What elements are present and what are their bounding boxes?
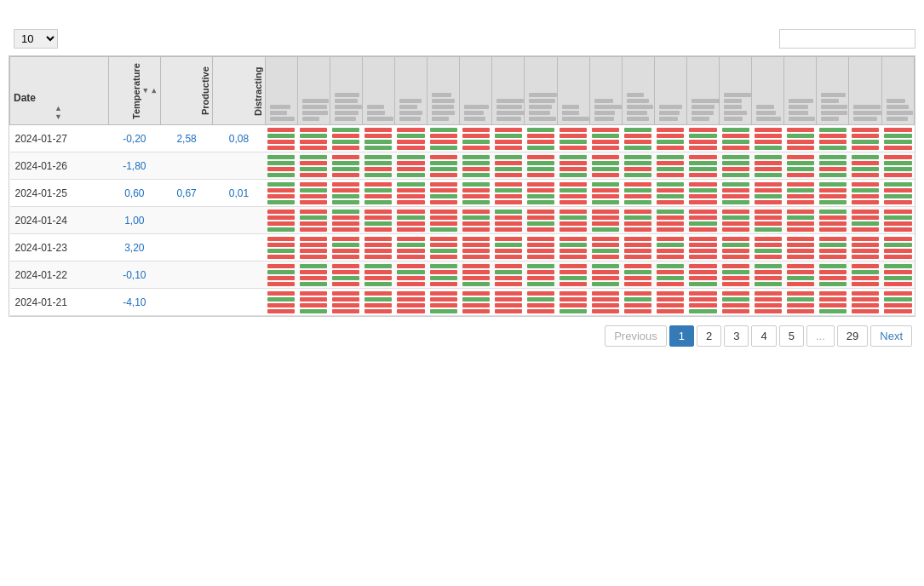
- cell-colored-5: [428, 261, 460, 289]
- th-extra-8: [525, 57, 557, 125]
- cell-colored-6: [460, 207, 492, 234]
- cell-colored-8: [525, 180, 557, 207]
- cell-colored-18: [849, 125, 881, 152]
- cell-colored-1: [297, 234, 330, 261]
- cell-colored-4: [394, 261, 427, 289]
- cell-temperature: 1,00: [108, 207, 160, 234]
- cell-distracting: 0,01: [213, 180, 265, 207]
- cell-productive: [160, 234, 212, 261]
- prev-button[interactable]: Previous: [605, 325, 667, 347]
- entries-select[interactable]: 10 25 50 100: [14, 29, 58, 49]
- cell-distracting: [213, 261, 265, 289]
- cell-colored-3: [362, 207, 394, 234]
- table-row: 2024-01-250,600,670,01: [10, 180, 915, 207]
- data-table: Date▲▼Temperature▲▼ProductiveDistracting…: [9, 56, 915, 316]
- cell-colored-0: [265, 289, 297, 316]
- cell-colored-10: [589, 152, 622, 180]
- cell-temperature: -0,20: [108, 125, 160, 152]
- page-btn-3[interactable]: 3: [724, 325, 749, 347]
- cell-temperature: 3,20: [108, 234, 160, 261]
- cell-colored-2: [330, 234, 362, 261]
- cell-colored-8: [525, 125, 557, 152]
- cell-colored-19: [881, 180, 914, 207]
- th-extra-1: [297, 57, 330, 125]
- cell-colored-14: [720, 125, 752, 152]
- cell-colored-5: [428, 125, 460, 152]
- th-temperature[interactable]: Temperature▲▼: [108, 57, 160, 125]
- cell-colored-7: [492, 207, 525, 234]
- cell-colored-13: [686, 289, 719, 316]
- cell-colored-17: [817, 207, 849, 234]
- cell-colored-13: [686, 261, 719, 289]
- cell-colored-11: [622, 180, 654, 207]
- cell-colored-14: [720, 152, 752, 180]
- page-btn-1[interactable]: 1: [669, 325, 694, 347]
- th-extra-6: [460, 57, 492, 125]
- table-row: 2024-01-233,20: [10, 234, 915, 261]
- cell-colored-1: [297, 125, 330, 152]
- cell-productive: 0,67: [160, 180, 212, 207]
- cell-colored-3: [362, 234, 394, 261]
- cell-colored-13: [686, 207, 719, 234]
- cell-colored-10: [589, 289, 622, 316]
- cell-colored-8: [525, 261, 557, 289]
- cell-colored-14: [720, 180, 752, 207]
- page-btn-29[interactable]: 29: [837, 325, 868, 347]
- table-row: 2024-01-241,00: [10, 207, 915, 234]
- cell-colored-16: [784, 125, 817, 152]
- cell-temperature: -1,80: [108, 152, 160, 180]
- th-extra-18: [849, 57, 881, 125]
- cell-colored-18: [849, 152, 881, 180]
- cell-colored-0: [265, 261, 297, 289]
- th-productive[interactable]: Productive: [160, 57, 212, 125]
- page-btn-5[interactable]: 5: [779, 325, 804, 347]
- cell-colored-16: [784, 234, 817, 261]
- cell-colored-11: [622, 207, 654, 234]
- th-extra-0: [265, 57, 297, 125]
- th-extra-4: [394, 57, 427, 125]
- th-date[interactable]: Date▲▼: [10, 57, 109, 125]
- cell-colored-15: [752, 234, 784, 261]
- cell-colored-8: [525, 234, 557, 261]
- cell-colored-16: [784, 152, 817, 180]
- page-btn-2[interactable]: 2: [697, 325, 721, 347]
- cell-colored-18: [849, 207, 881, 234]
- cell-colored-7: [492, 289, 525, 316]
- cell-colored-19: [881, 125, 914, 152]
- cell-productive: [160, 289, 212, 316]
- cell-colored-10: [589, 261, 622, 289]
- cell-colored-15: [752, 125, 784, 152]
- cell-colored-16: [784, 289, 817, 316]
- cell-colored-13: [686, 180, 719, 207]
- cell-colored-9: [557, 261, 589, 289]
- cell-colored-3: [362, 180, 394, 207]
- cell-colored-6: [460, 125, 492, 152]
- cell-date: 2024-01-23: [10, 234, 109, 261]
- cell-colored-5: [428, 289, 460, 316]
- cell-colored-0: [265, 234, 297, 261]
- cell-colored-11: [622, 234, 654, 261]
- cell-colored-7: [492, 125, 525, 152]
- cell-temperature: 0,60: [108, 180, 160, 207]
- cell-colored-6: [460, 152, 492, 180]
- th-extra-17: [817, 57, 849, 125]
- cell-colored-17: [817, 289, 849, 316]
- cell-colored-12: [654, 152, 686, 180]
- th-extra-14: [720, 57, 752, 125]
- cell-colored-10: [589, 234, 622, 261]
- cell-colored-1: [297, 289, 330, 316]
- cell-colored-12: [654, 261, 686, 289]
- cell-colored-13: [686, 152, 719, 180]
- cell-colored-19: [881, 289, 914, 316]
- page-btn-4[interactable]: 4: [751, 325, 776, 347]
- cell-colored-15: [752, 152, 784, 180]
- th-distracting[interactable]: Distracting: [213, 57, 265, 125]
- th-extra-2: [330, 57, 362, 125]
- next-button[interactable]: Next: [870, 325, 912, 347]
- cell-colored-6: [460, 180, 492, 207]
- cell-colored-8: [525, 207, 557, 234]
- cell-colored-13: [686, 125, 719, 152]
- cell-date: 2024-01-22: [10, 261, 109, 289]
- search-input[interactable]: [779, 29, 915, 49]
- cell-colored-3: [362, 289, 394, 316]
